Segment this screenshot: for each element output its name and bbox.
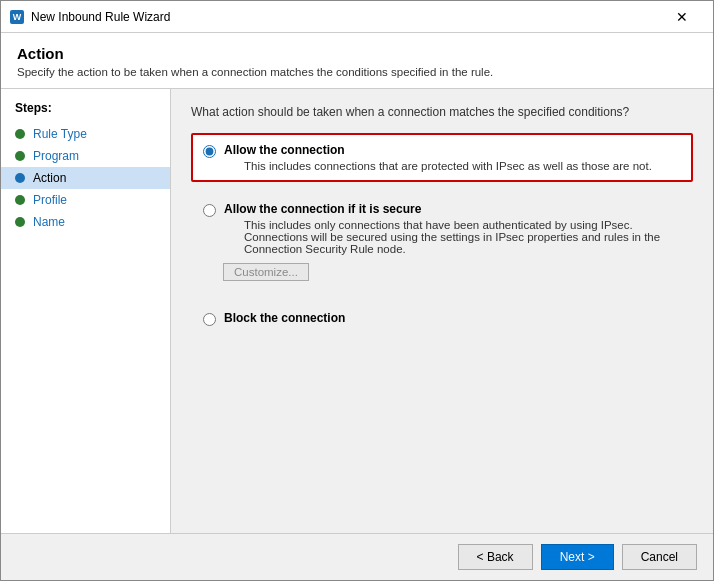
- next-button[interactable]: Next >: [541, 544, 614, 570]
- option-block-box: Block the connection: [191, 301, 693, 336]
- step-dot-name: [15, 217, 25, 227]
- sidebar-item-label-profile: Profile: [33, 193, 67, 207]
- sidebar-item-action[interactable]: Action: [1, 167, 170, 189]
- sidebar-item-rule-type[interactable]: Rule Type: [1, 123, 170, 145]
- sidebar-item-label-program: Program: [33, 149, 79, 163]
- step-dot-action: [15, 173, 25, 183]
- steps-label: Steps:: [1, 101, 170, 123]
- question-text: What action should be taken when a conne…: [191, 105, 693, 119]
- sidebar: Steps: Rule Type Program Action Profile …: [1, 89, 171, 533]
- option-allow-secure-desc: This includes only connections that have…: [244, 219, 681, 255]
- option-allow-box: Allow the connection This includes conne…: [191, 133, 693, 182]
- step-dot-program: [15, 151, 25, 161]
- svg-text:W: W: [13, 12, 22, 22]
- sidebar-item-label-rule-type: Rule Type: [33, 127, 87, 141]
- footer: < Back Next > Cancel: [1, 533, 713, 580]
- content-area: Steps: Rule Type Program Action Profile …: [1, 89, 713, 533]
- option-block-content: Block the connection: [224, 311, 345, 325]
- option-allow-secure-box: Allow the connection if it is secure Thi…: [191, 192, 693, 291]
- option-allow-content: Allow the connection This includes conne…: [224, 143, 652, 172]
- window-title: New Inbound Rule Wizard: [31, 10, 659, 24]
- option-allow-desc: This includes connections that are prote…: [244, 160, 652, 172]
- step-dot-profile: [15, 195, 25, 205]
- main-panel: What action should be taken when a conne…: [171, 89, 713, 533]
- option-allow-secure-row: Allow the connection if it is secure Thi…: [203, 202, 681, 255]
- sidebar-item-program[interactable]: Program: [1, 145, 170, 167]
- radio-allow[interactable]: [203, 145, 216, 158]
- option-allow-row: Allow the connection This includes conne…: [203, 143, 681, 172]
- step-dot-rule-type: [15, 129, 25, 139]
- customize-button[interactable]: Customize...: [223, 263, 309, 281]
- main-window: W New Inbound Rule Wizard ✕ Action Speci…: [0, 0, 714, 581]
- customize-area: Customize...: [223, 263, 681, 281]
- option-allow-secure-label: Allow the connection if it is secure: [224, 202, 681, 216]
- radio-block[interactable]: [203, 313, 216, 326]
- sidebar-item-profile[interactable]: Profile: [1, 189, 170, 211]
- page-header: Action Specify the action to be taken wh…: [1, 33, 713, 89]
- page-title: Action: [17, 45, 697, 62]
- close-button[interactable]: ✕: [659, 1, 705, 33]
- sidebar-item-label-name: Name: [33, 215, 65, 229]
- radio-allow-secure[interactable]: [203, 204, 216, 217]
- option-block-row: Block the connection: [203, 311, 681, 326]
- option-allow-label: Allow the connection: [224, 143, 652, 157]
- window-icon: W: [9, 9, 25, 25]
- page-description: Specify the action to be taken when a co…: [17, 66, 697, 78]
- title-bar: W New Inbound Rule Wizard ✕: [1, 1, 713, 33]
- cancel-button[interactable]: Cancel: [622, 544, 697, 570]
- option-block-label: Block the connection: [224, 311, 345, 325]
- sidebar-item-name[interactable]: Name: [1, 211, 170, 233]
- back-button[interactable]: < Back: [458, 544, 533, 570]
- option-allow-secure-content: Allow the connection if it is secure Thi…: [224, 202, 681, 255]
- sidebar-item-label-action: Action: [33, 171, 66, 185]
